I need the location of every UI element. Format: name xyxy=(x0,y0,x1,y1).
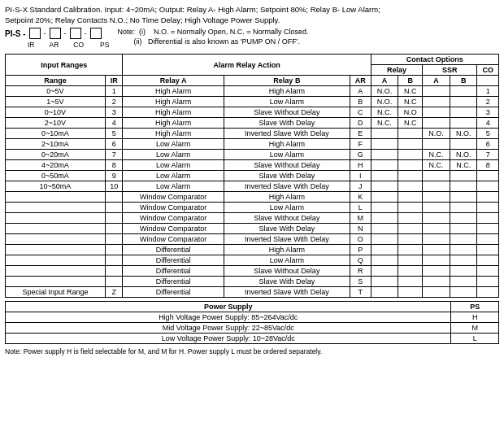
co-cell xyxy=(477,287,499,298)
cb-cell xyxy=(398,255,423,266)
header-section: PI-S-X Standard Calibration. Input: 4~20… xyxy=(5,5,499,24)
main-table: Input Ranges Alarm Relay Action Contact … xyxy=(5,54,499,298)
csa-cell xyxy=(423,213,450,224)
csa-cell: N.C. xyxy=(423,150,450,160)
csb-cell xyxy=(450,118,477,129)
range-cell xyxy=(6,192,106,203)
range-cell xyxy=(6,213,106,224)
csa-cell xyxy=(423,234,450,245)
csa-cell xyxy=(423,139,450,150)
header-line1: PI-S-X Standard Calibration. Input: 4~20… xyxy=(5,5,499,14)
relay-a-cell: Low Alarm xyxy=(123,150,224,160)
ir-cell xyxy=(105,224,122,234)
note-part: Note: (i) N.O. = Normally Open, N.C. = N… xyxy=(117,28,499,46)
relay-a-cell: High Alarm xyxy=(123,86,224,97)
relay-b-cell: High Alarm xyxy=(224,192,350,203)
relay-a-cell: Window Comparator xyxy=(123,234,224,245)
ca-cell xyxy=(371,139,398,150)
cb-cell xyxy=(398,129,423,139)
co-cell: 2 xyxy=(477,97,499,107)
relay-a-cell: High Alarm xyxy=(123,129,224,139)
csa-cell xyxy=(423,277,450,287)
ar-cell: E xyxy=(350,129,371,139)
ca-cell xyxy=(371,181,398,192)
range-cell xyxy=(6,245,106,255)
csb-cell: N.C. xyxy=(450,160,477,171)
power-supply-table: Power Supply PS High Voltage Power Suppl… xyxy=(5,301,499,344)
co-cell: 7 xyxy=(477,150,499,160)
power-row-code: H xyxy=(451,312,499,323)
relay-b-cell: Slave Without Delay xyxy=(224,213,350,224)
co-cell xyxy=(477,245,499,255)
col-b-ssr: B xyxy=(450,76,477,86)
ir-cell: Z xyxy=(105,287,122,298)
cb-cell: N.O xyxy=(398,107,423,118)
pi-s-ir-label: IR xyxy=(28,41,35,49)
range-cell xyxy=(6,266,106,277)
relay-a-cell: Low Alarm xyxy=(123,171,224,181)
co-cell xyxy=(477,266,499,277)
relay-b-cell: Low Alarm xyxy=(224,150,350,160)
ar-cell: P xyxy=(350,245,371,255)
pi-s-boxes: - - - xyxy=(29,28,102,39)
power-supply-title: Power Supply xyxy=(6,302,451,312)
cb-cell xyxy=(398,150,423,160)
power-row-code: L xyxy=(451,334,499,344)
note-label: Note: (i) N.O. = Normally Open, N.C. = N… xyxy=(117,28,499,36)
co-cell xyxy=(477,192,499,203)
ar-col-header: AR xyxy=(350,76,371,86)
relay-b-col-header: Relay B xyxy=(224,76,350,86)
power-row-label: Mid Voltage Power Supply: 22~85Vac/dc xyxy=(6,323,451,334)
relay-a-cell: Differential xyxy=(123,277,224,287)
ar-cell: J xyxy=(350,181,371,192)
note-ii: (ii) Differential is also known as 'PUMP… xyxy=(117,37,499,46)
ar-cell: D xyxy=(350,118,371,129)
ir-cell: 1 xyxy=(105,86,122,97)
cb-cell xyxy=(398,266,423,277)
relay-a-cell: Differential xyxy=(123,287,224,298)
pi-s-and-note: PI-S - - - - xyxy=(5,28,499,49)
ir-cell xyxy=(105,245,122,255)
co-cell xyxy=(477,234,499,245)
ir-cell xyxy=(105,266,122,277)
contact-options-header: Contact Options xyxy=(371,54,498,65)
co-cell xyxy=(477,203,499,213)
ca-cell xyxy=(371,203,398,213)
ca-cell xyxy=(371,129,398,139)
relay-b-cell: Inverted Slave With Delay xyxy=(224,181,350,192)
ar-cell: O xyxy=(350,234,371,245)
csb-cell xyxy=(450,181,477,192)
relay-a-cell: Window Comparator xyxy=(123,203,224,213)
csa-cell xyxy=(423,118,450,129)
relay-a-cell: Low Alarm xyxy=(123,160,224,171)
co-cell: 3 xyxy=(477,107,499,118)
ca-cell xyxy=(371,245,398,255)
co-header: CO xyxy=(477,65,499,76)
pi-s-co-label: CO xyxy=(73,41,84,49)
ca-cell: N.O. xyxy=(371,97,398,107)
ar-cell: L xyxy=(350,203,371,213)
ir-cell xyxy=(105,192,122,203)
csb-cell: N.O. xyxy=(450,150,477,160)
relay-b-cell: Slave With Delay xyxy=(224,171,350,181)
relay-b-cell: Slave Without Delay xyxy=(224,107,350,118)
footer-note: Note: Power supply H is field selectable… xyxy=(5,347,499,355)
relay-a-cell: Low Alarm xyxy=(123,181,224,192)
csb-cell xyxy=(450,255,477,266)
csa-cell xyxy=(423,203,450,213)
relay-b-cell: Low Alarm xyxy=(224,203,350,213)
range-cell xyxy=(6,255,106,266)
relay-a-cell: Differential xyxy=(123,245,224,255)
ca-cell xyxy=(371,150,398,160)
pi-s-part: PI-S - - - - xyxy=(5,28,109,49)
ir-col-header: IR xyxy=(105,76,122,86)
relay-a-cell: Window Comparator xyxy=(123,192,224,203)
range-col-header: Range xyxy=(6,76,106,86)
col-a-ssr: A xyxy=(423,76,450,86)
co-cell xyxy=(477,213,499,224)
cb-cell xyxy=(398,192,423,203)
pi-s-ps-label: PS xyxy=(100,41,109,49)
ar-cell: C xyxy=(350,107,371,118)
csb-cell xyxy=(450,277,477,287)
range-cell xyxy=(6,224,106,234)
